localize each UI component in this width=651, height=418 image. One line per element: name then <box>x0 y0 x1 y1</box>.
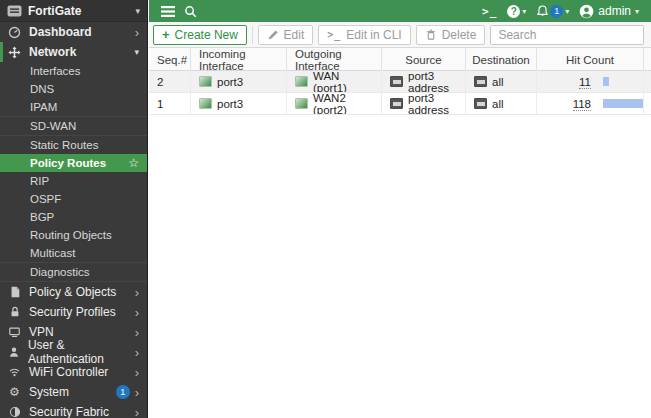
sidebar-item-static-routes[interactable]: Static Routes <box>0 136 147 154</box>
column-header-spacer <box>644 48 651 72</box>
chevron-right-icon: › <box>135 366 139 379</box>
sidebar-item-label: Policy & Objects <box>29 285 116 299</box>
help-menu[interactable]: ? ▾ <box>505 5 530 18</box>
column-header-seq[interactable]: Seq.# <box>149 48 191 72</box>
column-header-outgoing-interface[interactable]: Outgoing Interface <box>287 48 382 72</box>
sidebar-item-label: Network <box>29 45 76 59</box>
edit-in-cli-button[interactable]: >_ Edit in CLI <box>318 25 410 45</box>
sidebar-item-dns[interactable]: DNS <box>0 80 147 98</box>
sidebar-item-multicast[interactable]: Multicast <box>0 244 147 262</box>
sidebar-item-policy-objects[interactable]: Policy & Objects › <box>0 282 147 302</box>
favorite-star-icon[interactable]: ☆ <box>128 156 139 170</box>
caret-down-icon: ▾ <box>134 47 139 57</box>
table-row[interactable]: 2 port3 WAN (port1) port3 address all 11 <box>149 71 651 93</box>
action-toolbar: + Create New Edit >_ Edit in CLI Delete <box>149 22 651 48</box>
column-header-destination[interactable]: Destination <box>466 48 537 72</box>
sidebar-item-wifi-controller[interactable]: WiFi Controller › <box>0 362 147 382</box>
sub-item-label: DNS <box>30 83 54 95</box>
user-icon <box>7 345 21 359</box>
column-header-incoming-interface[interactable]: Incoming Interface <box>191 48 287 72</box>
table-row[interactable]: 1 port3 WAN2 (port2) port3 address all 1… <box>149 93 651 115</box>
chevron-right-icon: › <box>135 406 139 418</box>
outgoing-interface-label: WAN2 (port2) <box>313 93 373 114</box>
admin-menu[interactable]: admin ▾ <box>577 4 643 19</box>
destination-label: all <box>492 76 504 88</box>
sidebar-item-ipam[interactable]: IPAM <box>0 98 147 116</box>
table-header: Seq.# Incoming Interface Outgoing Interf… <box>149 48 651 71</box>
column-header-source[interactable]: Source <box>382 48 466 72</box>
notifications-menu[interactable]: 1 ▾ <box>534 4 573 18</box>
cli-console-icon[interactable]: >_ <box>478 5 501 18</box>
admin-username: admin <box>598 4 631 18</box>
hit-count-value[interactable]: 118 <box>545 98 591 110</box>
destination-cell: all <box>466 93 537 114</box>
document-icon <box>7 285 22 299</box>
address-object-icon <box>390 98 403 109</box>
network-icon <box>7 45 22 59</box>
sidebar-item-routing-objects[interactable]: Routing Objects <box>0 226 147 244</box>
chevron-right-icon: › <box>135 326 139 339</box>
sidebar-item-label: System <box>29 385 69 399</box>
sub-item-label: IPAM <box>30 101 57 113</box>
outgoing-interface-cell: WAN (port1) <box>287 71 382 92</box>
sidebar-item-security-profiles[interactable]: Security Profiles › <box>0 302 147 322</box>
sidebar-item-sd-wan[interactable]: SD-WAN <box>0 117 147 135</box>
delete-label: Delete <box>442 28 477 42</box>
hit-count-bar <box>603 77 609 86</box>
chevron-right-icon: › <box>135 306 139 319</box>
help-icon: ? <box>507 5 520 18</box>
sidebar-item-security-fabric[interactable]: Security Fabric › <box>0 402 147 418</box>
sub-item-label: Routing Objects <box>30 229 112 241</box>
chevron-right-icon: › <box>135 346 139 359</box>
main-content: + Create New Edit >_ Edit in CLI Delete <box>149 22 651 418</box>
cli-icon: >_ <box>327 29 341 40</box>
gauge-icon <box>7 25 22 39</box>
row-spacer <box>644 93 651 114</box>
caret-down-icon: ▾ <box>635 7 639 16</box>
incoming-interface-label: port3 <box>217 98 243 110</box>
incoming-interface-cell: port3 <box>191 93 287 114</box>
address-object-icon <box>474 98 487 109</box>
global-search-icon[interactable] <box>179 0 201 22</box>
sidebar-item-network[interactable]: Network ▾ <box>0 42 147 62</box>
seq-cell: 1 <box>149 93 191 114</box>
user-avatar-icon <box>579 4 594 19</box>
edit-label: Edit <box>284 28 305 42</box>
hit-count-cell: 118 <box>537 93 644 114</box>
caret-down-icon: ▾ <box>135 6 140 16</box>
destination-cell: all <box>466 71 537 92</box>
sidebar-item-label: Dashboard <box>29 25 92 39</box>
create-new-button[interactable]: + Create New <box>153 25 247 45</box>
device-name: FortiGate <box>28 4 81 18</box>
plus-icon: + <box>162 27 170 42</box>
toolbar-divider <box>252 26 253 44</box>
sidebar-item-rip[interactable]: RIP <box>0 172 147 190</box>
fortigate-app: FortiGate ▾ Dashboard › Network ▾ Interf… <box>0 0 651 418</box>
search-input[interactable] <box>491 26 644 44</box>
chevron-right-icon: › <box>135 386 139 399</box>
sidebar-item-diagnostics[interactable]: Diagnostics <box>0 263 147 281</box>
caret-down-icon: ▾ <box>565 7 569 16</box>
incoming-interface-cell: port3 <box>191 71 287 92</box>
sidebar-item-interfaces[interactable]: Interfaces <box>0 62 147 80</box>
destination-label: all <box>492 98 504 110</box>
pencil-icon <box>267 29 279 41</box>
delete-button[interactable]: Delete <box>416 25 486 45</box>
sidebar: FortiGate ▾ Dashboard › Network ▾ Interf… <box>0 0 148 418</box>
sidebar-item-ospf[interactable]: OSPF <box>0 190 147 208</box>
sidebar-item-user-authentication[interactable]: User & Authentication › <box>0 342 147 362</box>
sidebar-item-bgp[interactable]: BGP <box>0 208 147 226</box>
edit-button[interactable]: Edit <box>258 25 314 45</box>
hit-count-value[interactable]: 11 <box>545 76 591 88</box>
hamburger-menu-icon[interactable] <box>157 0 179 22</box>
sidebar-item-system[interactable]: ⚙ System 1 › <box>0 382 147 402</box>
sidebar-item-dashboard[interactable]: Dashboard › <box>0 22 147 42</box>
outgoing-interface-label: WAN (port1) <box>313 71 373 92</box>
device-selector[interactable]: FortiGate ▾ <box>0 0 147 22</box>
source-cell: port3 address <box>382 71 466 92</box>
column-header-hit-count[interactable]: Hit Count <box>537 48 644 72</box>
sidebar-item-policy-routes[interactable]: Policy Routes ☆ <box>0 154 147 172</box>
chevron-right-icon: › <box>135 26 139 39</box>
sub-item-label: SD-WAN <box>30 120 76 132</box>
seq-cell: 2 <box>149 71 191 92</box>
